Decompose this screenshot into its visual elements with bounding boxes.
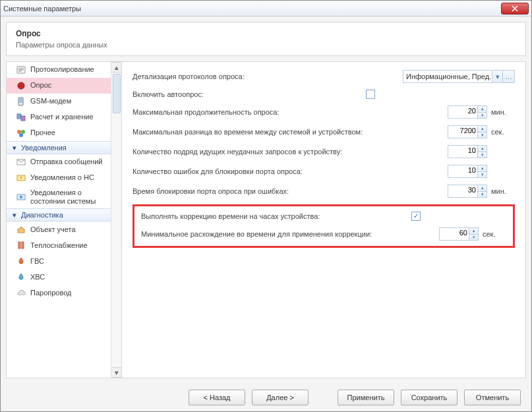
save-button[interactable]: Сохранить xyxy=(401,390,458,405)
sidebar-item-hotwater[interactable]: ГВС xyxy=(7,253,111,269)
svg-rect-4 xyxy=(17,114,21,119)
autopoll-checkbox[interactable] xyxy=(366,90,375,99)
svg-rect-3 xyxy=(19,98,22,103)
system-status-icon xyxy=(16,192,26,202)
blocktime-input[interactable]: 30 ▴▾ xyxy=(448,185,487,198)
svg-point-1 xyxy=(18,82,24,89)
sidebar-item-logging[interactable]: Протоколирование xyxy=(7,62,111,78)
spin-down[interactable]: ▾ xyxy=(469,235,478,241)
heating-icon xyxy=(16,240,26,250)
hotwater-icon xyxy=(16,256,26,266)
wizard-footer: < Назад Далее > Применить Сохранить Отме… xyxy=(1,384,531,411)
next-button[interactable]: Далее > xyxy=(252,390,309,405)
maxdur-input[interactable]: 20 ▴▾ xyxy=(448,105,487,119)
failcount-input[interactable]: 10 ▴▾ xyxy=(448,145,487,158)
svg-rect-14 xyxy=(22,242,24,249)
titlebar: Системные параметры xyxy=(1,1,531,16)
window-title: Системные параметры xyxy=(3,5,81,13)
settings-form: Детализация протоколов опроса: Информаци… xyxy=(122,62,525,378)
back-button[interactable]: < Назад xyxy=(189,390,245,405)
spin-up[interactable]: ▴ xyxy=(477,185,487,192)
sidebar-item-gsm[interactable]: GSM-модем xyxy=(7,94,111,109)
sidebar-item-coldwater[interactable]: ХВС xyxy=(7,269,111,285)
scroll-down-button[interactable]: ▾ xyxy=(111,367,121,378)
home-icon xyxy=(16,224,26,235)
detail-label: Детализация протоколов опроса: xyxy=(133,73,403,80)
spin-down[interactable]: ▾ xyxy=(477,192,487,198)
other-icon xyxy=(16,128,26,138)
spin-down[interactable]: ▾ xyxy=(477,152,487,158)
gsm-icon xyxy=(16,96,26,107)
chevron-down-icon: ▾ xyxy=(492,71,502,82)
calc-icon xyxy=(16,112,26,123)
svg-point-12 xyxy=(20,196,22,198)
sidebar-item-polling[interactable]: Опрос xyxy=(7,78,111,94)
close-button[interactable] xyxy=(501,3,529,15)
ellipsis-button[interactable]: … xyxy=(502,71,514,82)
sidebar-group-diagnostics[interactable]: ▾ Диагностика xyxy=(7,208,111,221)
spin-up[interactable]: ▴ xyxy=(477,146,487,152)
failcount-label: Количество подряд идущих неудачных запро… xyxy=(133,148,448,156)
sidebar-item-send-messages[interactable]: Отправка сообщений xyxy=(7,154,111,170)
correction-label: Выполнять коррекцию времени на часах уст… xyxy=(141,212,411,220)
highlighted-section: Выполнять коррекцию времени на часах уст… xyxy=(133,204,515,248)
steam-icon xyxy=(16,287,26,298)
autopoll-label: Включить автоопрос: xyxy=(133,90,366,98)
spin-up[interactable]: ▴ xyxy=(477,126,487,132)
svg-rect-5 xyxy=(21,116,25,121)
spin-up[interactable]: ▴ xyxy=(477,106,487,113)
detail-dropdown[interactable]: Информационные, Пред... ▾ … xyxy=(403,70,515,83)
sidebar-group-notifications[interactable]: ▾ Уведомления xyxy=(7,141,111,154)
sidebar-item-notify-system[interactable]: Уведомления о состоянии системы xyxy=(7,186,111,208)
blocktime-label: Время блокировки порта опроса при ошибка… xyxy=(133,187,448,195)
page-header: Опрос Параметры опроса данных xyxy=(6,22,526,56)
sidebar-item-steam[interactable]: Паропровод xyxy=(7,285,111,301)
correction-checkbox[interactable] xyxy=(411,212,421,221)
apply-button[interactable]: Применить xyxy=(338,390,394,405)
sidebar-item-object[interactable]: Объект учета xyxy=(7,221,111,237)
sidebar-item-notify-alarm[interactable]: Уведомления о НС xyxy=(7,170,111,186)
coldwater-icon xyxy=(16,272,26,282)
spin-down[interactable]: ▾ xyxy=(477,113,487,119)
spin-down[interactable]: ▾ xyxy=(477,132,487,138)
spin-down[interactable]: ▾ xyxy=(477,172,487,178)
main-window: Системные параметры Опрос Параметры опро… xyxy=(0,0,532,412)
page-subtitle: Параметры опроса данных xyxy=(16,41,516,49)
spin-up[interactable]: ▴ xyxy=(469,228,478,235)
sidebar-scrollbar[interactable]: ▴ ▾ xyxy=(111,62,121,378)
svg-rect-13 xyxy=(18,242,20,249)
polling-icon xyxy=(16,80,26,91)
page-title: Опрос xyxy=(16,29,516,38)
svg-point-8 xyxy=(19,133,23,137)
alarm-icon xyxy=(16,173,26,183)
timediff-label: Максимальная разница во времени между си… xyxy=(133,128,448,136)
scroll-up-button[interactable]: ▴ xyxy=(111,62,121,73)
mindiv-label: Минимальное расхождение во времени для п… xyxy=(141,230,439,238)
sidebar-item-calc[interactable]: Расчет и хранение xyxy=(7,109,111,125)
svg-point-6 xyxy=(17,130,21,134)
chevron-down-icon: ▾ xyxy=(11,211,18,219)
scroll-thumb[interactable] xyxy=(113,74,121,113)
errcount-input[interactable]: 10 ▴▾ xyxy=(448,165,487,178)
message-icon xyxy=(16,157,26,167)
cancel-button[interactable]: Отменить xyxy=(464,390,521,405)
maxdur-label: Максимальная продолжительность опроса: xyxy=(133,108,448,116)
spin-up[interactable]: ▴ xyxy=(477,165,487,172)
sidebar-item-other[interactable]: Прочее xyxy=(7,125,111,141)
logging-icon xyxy=(16,65,26,75)
errcount-label: Количество ошибок для блокировки порта о… xyxy=(133,167,448,175)
timediff-input[interactable]: 7200 ▴▾ xyxy=(448,125,487,138)
chevron-down-icon: ▾ xyxy=(11,144,18,152)
sidebar-item-heating[interactable]: Теплоснабжение xyxy=(7,237,111,253)
mindiv-input[interactable]: 60 ▴▾ xyxy=(439,227,479,241)
main-panel: Протоколирование Опрос GSM-модем Расчет … xyxy=(6,61,526,378)
svg-point-7 xyxy=(21,130,25,134)
sidebar: Протоколирование Опрос GSM-модем Расчет … xyxy=(7,62,122,378)
